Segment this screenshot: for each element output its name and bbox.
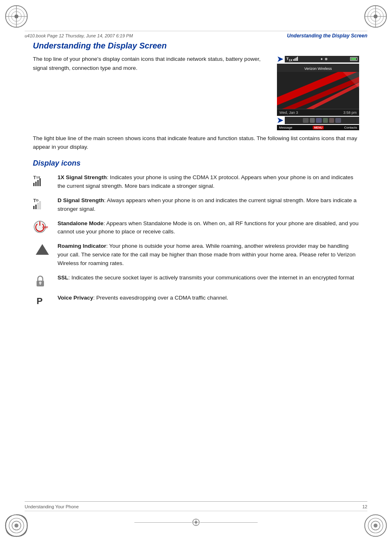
- svg-rect-27: [33, 183, 35, 186]
- intro-section: The top line of your phone's display con…: [33, 55, 359, 130]
- phone-wallpaper: [277, 72, 359, 109]
- phone-time: 3:58 pm: [343, 111, 357, 115]
- bottom-center-decoration: [134, 518, 258, 526]
- corner-decoration-bl: [4, 513, 29, 538]
- intro-text-block: The top line of your phone's display con…: [33, 55, 265, 76]
- phone-image-block: ➤ T1X ✦ ❋: [277, 55, 359, 130]
- footer-divider: [25, 511, 367, 511]
- icon-roaming-symbol: [33, 242, 52, 256]
- icon-1x-name: 1X Signal Strength: [58, 174, 107, 180]
- icon-vp-symbol: P: [33, 294, 52, 308]
- phone-datetime-bar: Wed, Jan 3 3:58 pm: [277, 109, 359, 116]
- svg-text:OFF: OFF: [42, 226, 48, 229]
- svg-point-19: [374, 524, 378, 528]
- svg-text:P: P: [37, 296, 43, 306]
- display-icons-title: Display icons: [33, 159, 359, 168]
- icon-ssl-name: SSL: [58, 274, 68, 281]
- svg-point-9: [374, 14, 378, 18]
- icon-off-name: Standalone Mode: [58, 220, 104, 226]
- svg-rect-43: [40, 283, 41, 285]
- phone-mockup-wrapper: ➤ T1X ✦ ❋: [277, 55, 359, 130]
- footer-left: Understanding Your Phone: [25, 504, 79, 509]
- softkey-left: Message: [279, 126, 292, 129]
- list-item: OFF Standalone Mode: Appears when Standa…: [33, 219, 359, 237]
- arrow-top: ➤: [277, 55, 283, 64]
- header-file-info: u410.book Page 12 Thursday, June 14, 200…: [25, 33, 133, 38]
- icon-off-symbol: OFF: [33, 220, 52, 234]
- icon-1x-symbol: T 1X: [33, 174, 52, 187]
- softkey-right: Contacts: [344, 126, 357, 129]
- icon-vp-description: Voice Privacy: Prevents eavesdropping ov…: [58, 294, 359, 302]
- icon-vp-name: Voice Privacy: [58, 295, 93, 301]
- func-icon-3: [316, 118, 322, 123]
- phone-battery: [350, 57, 357, 61]
- svg-rect-35: [37, 203, 39, 209]
- corner-decoration-tr: [363, 4, 388, 29]
- page-title: Understanding the Display Screen: [33, 41, 359, 51]
- func-icon-1: [303, 118, 309, 123]
- list-item: T 1X 1X Signal Strength: Indicates your …: [33, 173, 359, 191]
- icon-ssl-description: SSL: Indicates the secure socket layer i…: [58, 274, 359, 282]
- icon-roaming-description: Roaming Indicator: Your phone is outside…: [58, 242, 359, 268]
- list-item: P Voice Privacy: Prevents eavesdropping …: [33, 294, 359, 308]
- icon-1x-description: 1X Signal Strength: Indicates your phone…: [58, 173, 359, 191]
- arrow-bottom: ➤: [277, 116, 283, 125]
- svg-rect-29: [37, 180, 39, 186]
- footer-bar: Understanding Your Phone 12: [25, 501, 367, 509]
- corner-decoration-br: [363, 513, 388, 538]
- func-icon-5: [329, 118, 334, 123]
- func-icon-6: [335, 118, 341, 123]
- svg-point-15: [14, 524, 18, 528]
- header-section-title: Understanding the Display Screen: [287, 33, 367, 39]
- icon-roaming-name: Roaming Indicator: [58, 243, 106, 249]
- icon-d-symbol: T D: [33, 197, 52, 210]
- footer-right: 12: [362, 504, 367, 509]
- svg-text:D: D: [36, 198, 39, 202]
- phone-date: Wed, Jan 3: [279, 111, 298, 115]
- svg-rect-28: [35, 182, 37, 186]
- phone-function-icon-bar: [285, 117, 359, 124]
- func-icon-4: [323, 118, 328, 123]
- phone-top-bar: T1X ✦ ❋: [285, 56, 359, 63]
- intro-paragraph2: The light blue line of the main screen s…: [33, 134, 359, 152]
- verizon-bar: Verizon Wireless: [277, 64, 359, 72]
- svg-point-3: [14, 14, 18, 18]
- list-item: Roaming Indicator: Your phone is outside…: [33, 242, 359, 268]
- main-content: Understanding the Display Screen The top…: [33, 41, 359, 501]
- svg-rect-36: [39, 201, 41, 209]
- header-divider: [25, 31, 367, 31]
- softkey-menu: MENU: [313, 126, 324, 129]
- list-item: T D D Signal Strength: Always appears wh…: [33, 196, 359, 214]
- icon-list: T 1X 1X Signal Strength: Indicates your …: [33, 173, 359, 308]
- header-bar: u410.book Page 12 Thursday, June 14, 200…: [25, 33, 367, 39]
- phone-softkey-bar: Message MENU Contacts: [277, 125, 359, 130]
- svg-rect-33: [33, 206, 35, 209]
- icon-off-description: Standalone Mode: Appears when Standalone…: [58, 219, 359, 237]
- svg-text:T: T: [33, 175, 36, 180]
- phone-status-row: ➤ T1X ✦ ❋: [277, 55, 359, 64]
- icon-d-description: D Signal Strength: Always appears when y…: [58, 196, 359, 214]
- list-item: SSL: Indicates the secure socket layer i…: [33, 274, 359, 288]
- svg-text:T: T: [33, 198, 36, 203]
- svg-point-48: [195, 521, 197, 524]
- svg-marker-40: [36, 244, 49, 255]
- icon-ssl-symbol: [33, 274, 52, 288]
- func-icon-2: [310, 118, 315, 123]
- corner-decoration-tl: [4, 4, 29, 29]
- svg-rect-30: [39, 178, 41, 186]
- icon-ssl-text: : Indicates the secure socket layer is a…: [68, 274, 354, 281]
- phone-signal-label: T1X: [286, 57, 298, 62]
- icon-vp-text: : Prevents eavesdropping over a CDMA tra…: [93, 295, 228, 301]
- carrier-name: Verizon Wireless: [304, 67, 332, 71]
- icon-d-name: D Signal Strength: [58, 197, 104, 203]
- phone-icon-row-wrapper: ➤: [277, 116, 359, 125]
- intro-paragraph1: The top line of your phone's display con…: [33, 55, 265, 72]
- phone-bluetooth-icon: ✦ ❋: [320, 57, 328, 61]
- svg-rect-34: [35, 205, 37, 209]
